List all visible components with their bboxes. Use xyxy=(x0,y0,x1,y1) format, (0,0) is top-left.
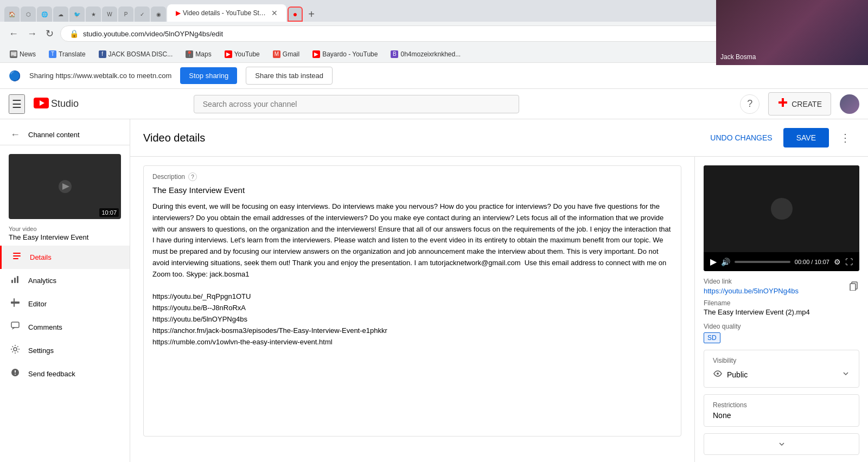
yt-studio-text: Studio xyxy=(51,98,79,110)
visibility-text: Public xyxy=(727,370,748,379)
video-controls: ▶ 🔊 00:00 / 10:07 ⚙ ⛶ xyxy=(704,252,859,271)
time-display: 00:00 / 10:07 xyxy=(795,259,829,265)
feedback-icon xyxy=(9,368,22,380)
svg-rect-12 xyxy=(17,276,18,283)
tab-close-button[interactable]: ✕ xyxy=(271,9,278,17)
yt-studio: ☰ Studio ? CREATE ← Channel xyxy=(0,89,868,462)
main-layout: ← Channel content 10:07 Your video The E… xyxy=(0,119,868,462)
bookmark-translate[interactable]: T Translate xyxy=(46,49,89,59)
analytics-icon xyxy=(9,274,22,287)
tab-title: Video details - YouTube Studio xyxy=(183,9,267,17)
sidebar-settings-label: Settings xyxy=(28,347,54,355)
mute-button[interactable]: 🔊 xyxy=(721,258,730,266)
play-button[interactable]: ▶ xyxy=(710,256,717,267)
fullscreen-button[interactable]: ⛶ xyxy=(845,258,853,266)
visibility-select[interactable]: Public xyxy=(713,369,850,381)
bookmark-gmail[interactable]: M Gmail xyxy=(270,49,303,59)
bookmark-gmail-label: Gmail xyxy=(283,50,299,58)
save-button[interactable]: SAVE xyxy=(783,128,829,147)
tab-favicon[interactable]: ● xyxy=(288,7,303,22)
bookmark-0h4-label: 0h4mozeixrknkhed... xyxy=(400,50,461,58)
active-tab[interactable]: ▶ Video details - YouTube Studio ✕ xyxy=(167,4,286,22)
tab-favicon[interactable]: 🐦 xyxy=(69,7,85,22)
bookmark-translate-label: Translate xyxy=(59,50,86,58)
svg-rect-9 xyxy=(13,258,18,259)
quality-badge: SD xyxy=(704,332,720,343)
address-bar[interactable]: 🔒 studio.youtube.com/video/5lnOYPNg4bs/e… xyxy=(60,25,826,42)
search-input[interactable] xyxy=(194,95,519,113)
tab-favicon[interactable]: ★ xyxy=(86,7,101,22)
undo-changes-button[interactable]: UNDO CHANGES xyxy=(706,129,776,146)
back-nav-button[interactable]: ← xyxy=(7,26,21,42)
forward-nav-button[interactable]: → xyxy=(25,26,39,42)
tab-favicon[interactable]: P xyxy=(118,7,133,22)
sidebar-item-comments[interactable]: Comments xyxy=(0,316,130,339)
header-actions-right: UNDO CHANGES SAVE ⋮ xyxy=(706,128,855,147)
new-tab-button[interactable]: + xyxy=(304,7,319,22)
description-body: During this event, we will be focusing o… xyxy=(152,201,672,348)
description-box[interactable]: Description ? The Easy Interview Event D… xyxy=(143,165,681,437)
sidebar-item-analytics[interactable]: Analytics xyxy=(0,269,130,292)
0h4-favicon: B xyxy=(391,50,398,58)
copy-link-button[interactable] xyxy=(848,280,859,293)
svg-rect-7 xyxy=(13,253,21,254)
tab-favicon[interactable]: 🏠 xyxy=(4,7,20,22)
sidebar-item-editor[interactable]: Editor xyxy=(0,292,130,316)
browser-chrome: 🏠 ⬡ 🌐 ☁ 🐦 ★ W P ✓ ◉ ▶ Video details - Yo… xyxy=(0,0,868,89)
filename-label: Filename xyxy=(704,299,859,307)
news-favicon: 📰 xyxy=(10,50,17,58)
bookmark-youtube[interactable]: ▶ YouTube xyxy=(221,49,263,59)
bayardo-favicon: ▶ xyxy=(312,50,320,58)
tab-favicon[interactable]: ✓ xyxy=(135,7,150,22)
create-button[interactable]: CREATE xyxy=(768,92,831,116)
tab-favicon[interactable]: W xyxy=(102,7,117,22)
video-link-url[interactable]: https://youtu.be/5lnOYPNg4bs xyxy=(704,287,799,295)
tab-favicon[interactable]: 🌐 xyxy=(37,7,52,22)
user-avatar[interactable] xyxy=(840,94,859,114)
editor-icon xyxy=(9,298,22,310)
restrictions-label: Restrictions xyxy=(713,401,850,409)
tab-favicon[interactable]: ☁ xyxy=(53,7,68,22)
share-tab-button[interactable]: Share this tab instead xyxy=(246,67,333,85)
hamburger-menu-button[interactable]: ☰ xyxy=(9,94,25,114)
video-frame xyxy=(704,165,859,252)
sidebar-editor-label: Editor xyxy=(28,300,47,308)
yt-studio-logo[interactable]: Studio xyxy=(34,97,79,112)
settings-video-button[interactable]: ⚙ xyxy=(834,258,841,266)
visibility-label: Visibility xyxy=(713,357,850,364)
description-label: Description ? xyxy=(152,172,672,181)
bookmark-bayardo[interactable]: ▶ Bayardo - YouTube xyxy=(309,49,381,59)
back-arrow-icon: ← xyxy=(9,129,22,140)
stop-sharing-button[interactable]: Stop sharing xyxy=(180,67,237,84)
bookmark-0h4[interactable]: B 0h4mozeixrknkhed... xyxy=(387,49,464,59)
sidebar-item-details[interactable]: Details xyxy=(0,246,130,269)
tab-favicon-yt: ▶ xyxy=(176,9,181,17)
sidebar-item-feedback[interactable]: Send feedback xyxy=(0,362,130,386)
lock-icon: 🔒 xyxy=(69,29,79,38)
video-link-label: Video link xyxy=(704,278,799,285)
tab-favicon[interactable]: ◉ xyxy=(151,7,166,22)
bookmark-maps[interactable]: 📍 Maps xyxy=(182,49,214,59)
tab-favicon[interactable]: ⬡ xyxy=(21,7,36,22)
help-button[interactable]: ? xyxy=(740,94,760,114)
description-help-icon[interactable]: ? xyxy=(188,172,197,181)
content-body: Description ? The Easy Interview Event D… xyxy=(130,157,868,462)
translate-favicon: T xyxy=(49,50,56,58)
svg-rect-11 xyxy=(14,278,16,283)
sidebar-item-back[interactable]: ← Channel content xyxy=(0,124,130,145)
bookmark-jackbosma[interactable]: f JACK BOSMA DISC... xyxy=(95,49,176,59)
jack-bosma-overlay: Jack Bosma xyxy=(716,0,868,65)
youtube-favicon: ▶ xyxy=(225,50,232,58)
bookmark-news[interactable]: 📰 News xyxy=(7,49,39,59)
visibility-box[interactable]: Visibility Public xyxy=(704,350,859,388)
reload-button[interactable]: ↻ xyxy=(43,25,56,42)
address-text: studio.youtube.com/video/5lnOYPNg4bs/edi… xyxy=(83,30,223,38)
more-options-button[interactable]: ⋮ xyxy=(835,129,855,146)
sidebar-comments-label: Comments xyxy=(28,323,62,331)
svg-rect-10 xyxy=(11,280,13,283)
preview-panel: ▶ 🔊 00:00 / 10:07 ⚙ ⛶ xyxy=(694,157,868,462)
progress-bar[interactable] xyxy=(735,261,790,263)
sidebar-item-settings[interactable]: Settings xyxy=(0,339,130,362)
svg-rect-21 xyxy=(850,284,856,291)
sidebar-thumbnail[interactable]: 10:07 xyxy=(9,154,121,219)
